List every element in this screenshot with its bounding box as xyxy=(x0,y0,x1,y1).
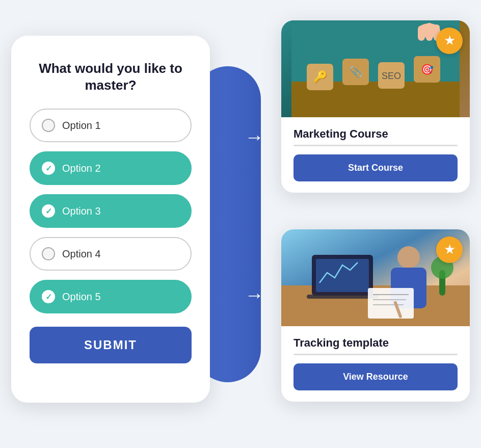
option-4[interactable]: Option 4 xyxy=(30,237,192,271)
quiz-card: What would you like to master? Option 1 … xyxy=(11,36,210,403)
marketing-card-title: Marketing Course xyxy=(293,127,458,141)
option-4-label: Option 4 xyxy=(62,248,101,260)
marketing-card-image: 🔑 📎 SEO 🎯 ★ xyxy=(281,20,470,117)
svg-rect-12 xyxy=(426,23,433,41)
option-5[interactable]: Option 5 xyxy=(30,280,192,313)
tracking-card-image: ★ xyxy=(281,229,470,326)
arrow-top-icon: → xyxy=(245,126,264,148)
start-course-button[interactable]: Start Course xyxy=(293,154,458,181)
svg-text:📎: 📎 xyxy=(350,66,362,78)
marketing-course-card: 🔑 📎 SEO 🎯 ★ Marketing Course Start Cour xyxy=(281,20,470,193)
view-resource-button[interactable]: View Resource xyxy=(293,363,458,390)
option-1-label: Option 1 xyxy=(62,120,101,131)
option-5-label: Option 5 xyxy=(62,291,101,303)
radio-circle-4 xyxy=(42,247,55,260)
check-circle-3 xyxy=(42,204,55,218)
tracking-card-title: Tracking template xyxy=(293,336,458,350)
tracking-star-badge: ★ xyxy=(436,236,463,263)
tracking-template-card: ★ Tracking template View Resource xyxy=(281,229,470,402)
arrow-bottom-icon: → xyxy=(245,284,264,306)
star-icon: ★ xyxy=(444,33,456,48)
tracking-star-icon: ★ xyxy=(444,242,456,257)
option-2[interactable]: Option 2 xyxy=(30,151,192,185)
svg-rect-18 xyxy=(307,295,378,299)
marketing-card-body: Marketing Course Start Course xyxy=(281,117,470,193)
quiz-title: What would you like to master? xyxy=(30,60,192,95)
svg-rect-21 xyxy=(368,288,414,319)
radio-circle-1 xyxy=(42,119,55,132)
option-2-label: Option 2 xyxy=(62,163,101,174)
svg-point-19 xyxy=(397,246,420,269)
svg-rect-11 xyxy=(418,25,425,41)
option-3[interactable]: Option 3 xyxy=(30,194,192,228)
main-scene: What would you like to master? Option 1 … xyxy=(6,5,475,443)
tracking-divider xyxy=(293,354,458,355)
marketing-image-svg: 🔑 📎 SEO 🎯 xyxy=(291,20,460,117)
check-circle-5 xyxy=(42,290,55,303)
marketing-star-badge: ★ xyxy=(436,28,463,54)
option-3-label: Option 3 xyxy=(62,205,101,217)
submit-button[interactable]: SUBMIT xyxy=(30,327,192,363)
tracking-card-body: Tracking template View Resource xyxy=(281,326,470,402)
svg-text:SEO: SEO xyxy=(382,71,401,81)
svg-rect-17 xyxy=(316,259,369,292)
svg-text:🎯: 🎯 xyxy=(421,63,434,75)
option-1[interactable]: Option 1 xyxy=(30,109,192,142)
marketing-divider xyxy=(293,145,458,146)
svg-text:🔑: 🔑 xyxy=(313,70,328,84)
check-circle-2 xyxy=(42,162,55,175)
